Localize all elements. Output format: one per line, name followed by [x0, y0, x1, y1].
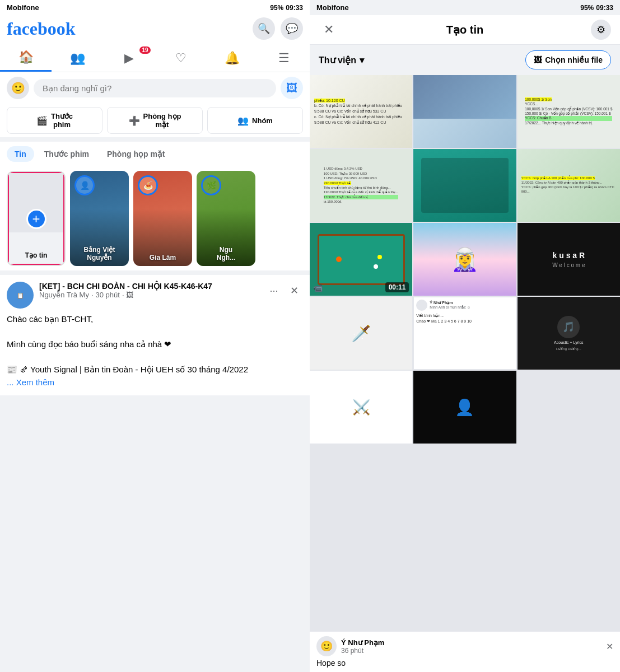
story-avatar-2: 🍝 — [138, 175, 158, 195]
photo-cell-2[interactable]: 100,000$ 1/ Son YCCS... 100,000$ 1/ Son … — [518, 75, 620, 148]
nav-tab-home[interactable]: 🏠 — [0, 44, 52, 72]
post-card-1: 📋 [KET] - BCH CHI ĐOÀN - CHI HỘI K45-K46… — [0, 275, 310, 395]
library-dropdown-button[interactable]: Thư viện ▾ — [319, 55, 364, 66]
photo-cell-5[interactable]: YCCS: Góp phần A 100 phần của phi: 100.0… — [518, 149, 620, 222]
overlay-close-button[interactable]: ✕ — [606, 641, 613, 652]
photo-cell-3[interactable]: 1 USD đúng: 3.4,3% USD 100 USD: Thực: 39… — [310, 149, 412, 222]
nav-tab-friends[interactable]: 👥 — [52, 44, 103, 72]
heart-icon: ♡ — [175, 51, 187, 66]
video-duration: 00:11 — [385, 282, 409, 292]
photo-cell-manga2[interactable]: ⚔️ — [310, 371, 412, 444]
manga-img: 🗡️ — [310, 297, 412, 370]
section-tab-reels[interactable]: Thước phim — [36, 146, 97, 162]
nav-tab-reels[interactable]: ▶ 19 — [103, 44, 155, 72]
settings-icon: ⚙ — [596, 24, 605, 36]
tao-tin-title: Tạo tin — [446, 23, 483, 36]
photo-add-button[interactable]: 🖼 — [281, 77, 303, 99]
settings-button[interactable]: ⚙ — [591, 20, 611, 40]
group-quick-button[interactable]: 👥 Nhóm — [207, 107, 303, 134]
nav-tab-bell[interactable]: 🔔 — [207, 44, 258, 72]
choose-multiple-label: Chọn nhiều file — [545, 55, 603, 64]
post-time: 30 phút — [96, 291, 120, 299]
post-meta: [KET] - BCH CHI ĐOÀN - CHI HỘI K45-K46-K… — [39, 282, 259, 299]
left-battery: 95% — [270, 4, 283, 12]
header-icons: 🔍 💬 — [253, 17, 303, 40]
overlay-header: 🙂 Ý Như Phạm 36 phút ✕ — [316, 636, 613, 656]
dropdown-icon: ▾ — [360, 55, 364, 66]
library-label: Thư viện — [319, 55, 356, 66]
photo-cell-music[interactable]: 🎵 Acoustic + Lyrics Hướng Dương... — [518, 297, 620, 370]
photo-cell-pool[interactable]: 📹 00:11 — [310, 223, 412, 296]
close-button[interactable]: ✕ — [319, 20, 339, 40]
overlay-time: 36 phút — [341, 647, 384, 655]
stories-row: + Tạo tin 👤 Bảng ViệtNguyễn 🍝 Gia Lâm 🌿 … — [0, 166, 310, 270]
photo-doc-2: 100,000$ 1/ Son YCCS... 100,000$ 1/ Son … — [518, 75, 620, 148]
tao-tin-header: ✕ Tạo tin ⚙ — [310, 15, 620, 45]
overlay-user-info: 🙂 Ý Như Phạm 36 phút — [316, 636, 384, 656]
story-card-2[interactable]: 🍝 Gia Lâm — [133, 171, 192, 266]
photo-grid-icon: 🖼 — [534, 55, 542, 64]
photo-teal-4 — [413, 149, 516, 222]
quick-actions: 🎬 Thướcphim ➕ Phòng họpmặt 👥 Nhóm — [0, 104, 310, 142]
post-body: Chào các bạn BT-CHT, Mình cùng đọc báo b… — [0, 311, 310, 395]
dark-img-1: k u s a R W e l c o m e — [518, 223, 620, 296]
post-author: Nguyễn Trà My — [39, 291, 89, 299]
nav-tab-heart[interactable]: ♡ — [155, 44, 207, 72]
reels-icon: ▶ — [124, 51, 134, 66]
room-quick-button[interactable]: ➕ Phòng họpmặt — [107, 107, 203, 134]
choose-multiple-button[interactable]: 🖼 Chọn nhiều file — [525, 50, 611, 69]
search-button[interactable]: 🔍 — [253, 17, 275, 40]
story-card-3[interactable]: 🌿 NguNgh... — [197, 171, 255, 266]
home-icon: 🏠 — [18, 50, 34, 64]
whats-on-mind-input[interactable] — [34, 79, 276, 97]
left-status-right: 95% 09:33 — [270, 4, 303, 12]
post-actions: ··· ✕ — [265, 282, 303, 300]
overlay-caption: Hope so — [316, 659, 613, 668]
post-photo-icon: · 🖼 — [122, 291, 133, 299]
right-status-bar: Mobifone 95% 09:33 — [310, 0, 620, 15]
music-img: 🎵 Acoustic + Lyrics Hướng Dương... — [518, 297, 620, 370]
section-tab-room[interactable]: Phòng họp mặt — [99, 146, 173, 162]
messenger-button[interactable]: 💬 — [281, 17, 303, 40]
left-panel: Mobifone 95% 09:33 facebook 🔍 💬 🏠 👥 ▶ 19… — [0, 0, 310, 672]
post-more-button[interactable]: ··· — [265, 282, 283, 300]
reels-quick-label: Thướcphim — [51, 112, 73, 129]
reels-quick-icon: 🎬 — [36, 115, 48, 126]
photo-cell-1[interactable] — [413, 75, 516, 148]
nav-tab-menu[interactable]: ☰ — [258, 44, 310, 72]
menu-icon: ☰ — [278, 51, 290, 66]
story-card-1[interactable]: 👤 Bảng ViệtNguyễn — [70, 171, 129, 266]
user-avatar-small: 🙂 — [7, 77, 29, 99]
photo-grid-container: phiếu: 10.120 CU b. Có: Nợ phải trả tài … — [310, 75, 620, 672]
pool-felt — [318, 234, 405, 285]
photo-cell-anime[interactable]: 🧝‍♀️ — [413, 223, 516, 296]
photo-doc-5: YCCS: Góp phần A 100 phần của phi: 100.0… — [518, 149, 620, 222]
left-time: 09:33 — [286, 4, 303, 12]
right-panel: Mobifone 95% 09:33 ✕ Tạo tin ⚙ Thư viện … — [310, 0, 620, 672]
story-name-2: Gia Lâm — [133, 254, 192, 262]
right-time: 09:33 — [596, 4, 613, 12]
create-story-card[interactable]: + Tạo tin — [7, 171, 66, 266]
section-tabs: Tin Thước phim Phòng họp mặt — [0, 142, 310, 166]
right-battery: 95% — [580, 4, 594, 12]
overlay-avatar: 🙂 — [316, 636, 337, 656]
photo-cell-0[interactable]: phiếu: 10.120 CU b. Có: Nợ phải trả tài … — [310, 75, 412, 148]
photo-cell-dark2[interactable]: 👤 — [413, 371, 516, 444]
post-group-name: [KET] - BCH CHI ĐOÀN - CHI HỘI K45-K46-K… — [39, 282, 259, 291]
pool-video: 📹 00:11 — [310, 223, 412, 296]
photo-cell-manga[interactable]: 🗡️ — [310, 297, 412, 370]
reels-quick-button[interactable]: 🎬 Thướcphim — [7, 107, 102, 134]
post-close-button[interactable]: ✕ — [285, 282, 303, 300]
section-tab-tin[interactable]: Tin — [7, 146, 34, 162]
overlay-panel: 🙂 Ý Như Phạm 36 phút ✕ Hope so — [310, 631, 620, 672]
read-more-link[interactable]: ... Xem thêm — [7, 377, 54, 387]
room-quick-label: Phòng họpmặt — [143, 112, 181, 129]
bell-icon: 🔔 — [225, 51, 240, 66]
story-avatar-1: 👤 — [74, 175, 95, 195]
photo-cell-dark1[interactable]: k u s a R W e l c o m e — [518, 223, 620, 296]
photo-grid: phiếu: 10.120 CU b. Có: Nợ phải trả tài … — [310, 75, 620, 672]
photo-cell-fb-post[interactable]: Ý Như Phạm Minh Anh si mún nhắc ☺ Viết b… — [413, 297, 516, 370]
photo-cell-4[interactable] — [413, 149, 516, 222]
overlay-username: Ý Như Phạm — [341, 638, 384, 647]
room-quick-icon: ➕ — [129, 115, 140, 126]
